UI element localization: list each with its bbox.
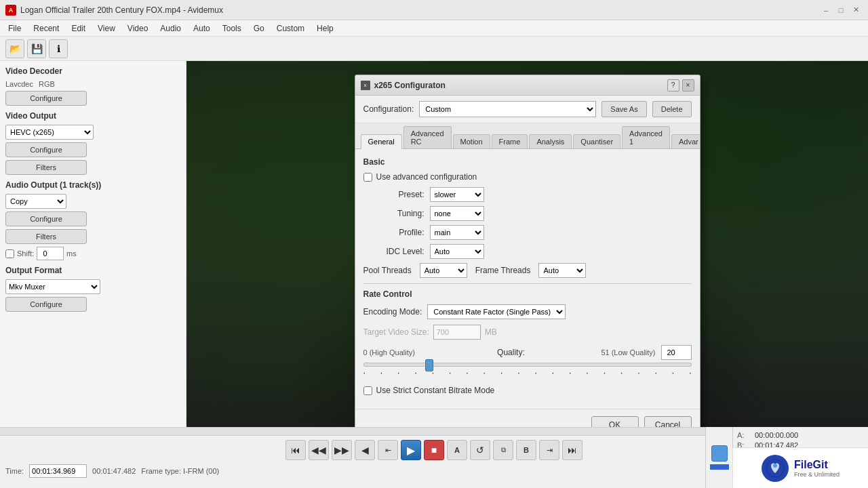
tab-analysis[interactable]: Analysis <box>529 134 572 148</box>
save-button[interactable]: 💾 <box>27 39 46 58</box>
tab-quantiser[interactable]: Quantiser <box>573 134 620 148</box>
video-filters-button[interactable]: Filters <box>5 160 87 175</box>
open-button[interactable]: 📂 <box>5 39 24 58</box>
quality-slider-thumb[interactable] <box>425 359 433 371</box>
menu-go[interactable]: Go <box>248 22 270 35</box>
play-button[interactable]: ▶ <box>401 440 421 460</box>
delete-button[interactable]: Delete <box>652 101 692 117</box>
tab-motion[interactable]: Motion <box>453 134 490 148</box>
audio-codec-select[interactable]: Copy <box>5 194 66 209</box>
dialog-close-button[interactable]: × <box>682 79 694 92</box>
audio-filters-button[interactable]: Filters <box>5 229 87 244</box>
marker-a-button[interactable]: A <box>447 440 467 460</box>
video-codec-label: Lavcdec <box>5 80 33 88</box>
quality-value-input[interactable] <box>661 345 692 360</box>
video-output-configure-button[interactable]: Configure <box>5 142 87 157</box>
filegit-logo: FileGit Free & Unlimited <box>732 447 868 488</box>
strict-cbr-checkbox[interactable] <box>363 386 372 395</box>
menu-video[interactable]: Video <box>122 22 153 35</box>
menu-view[interactable]: View <box>92 22 121 35</box>
video-decoder-configure-button[interactable]: Configure <box>5 91 87 106</box>
total-time: 00:01:47.482 <box>92 467 136 475</box>
tab-advanced1[interactable]: Advanced 1 <box>622 126 670 148</box>
quality-slider-container: · · · · · · · · · · · · <box>363 363 692 380</box>
tuning-select[interactable]: none <box>430 206 484 221</box>
minimize-button[interactable]: – <box>819 3 833 17</box>
shift-b-button[interactable]: ⇤ <box>378 440 398 460</box>
menu-edit[interactable]: Edit <box>66 22 91 35</box>
menu-auto[interactable]: Auto <box>188 22 216 35</box>
copy-button[interactable]: ⧉ <box>493 440 513 460</box>
encoding-mode-label: Encoding Mode: <box>363 307 422 317</box>
config-dropdown[interactable]: Custom <box>419 101 596 117</box>
marker-b-button[interactable]: B <box>516 440 536 460</box>
dialog-title: x265 Configuraton <box>374 81 446 90</box>
shift-input[interactable] <box>37 247 64 260</box>
shift-checkbox[interactable] <box>5 249 14 258</box>
video-preview: x x265 Configuraton ? × Configuration: C… <box>186 61 868 488</box>
app-icon: A <box>5 5 16 16</box>
main-content: Video Decoder Lavcdec RGB Configure Vide… <box>0 61 868 488</box>
stop-button[interactable]: ■ <box>424 440 444 460</box>
menu-tools[interactable]: Tools <box>217 22 247 35</box>
preset-select[interactable]: slower <box>430 187 484 202</box>
maximize-button[interactable]: □ <box>834 3 848 17</box>
threads-row: Pool Threads Auto Frame Threads Auto <box>363 263 692 278</box>
tab-general[interactable]: General <box>361 134 402 149</box>
idc-level-select[interactable]: Auto <box>430 244 484 259</box>
target-video-unit: MB <box>485 327 497 337</box>
output-format-configure-button[interactable]: Configure <box>5 297 87 312</box>
tab-advar[interactable]: Advar <box>671 134 701 148</box>
use-advanced-config-checkbox[interactable] <box>363 173 372 182</box>
tab-advanced-rc[interactable]: Advanced RC <box>403 126 452 148</box>
menu-recent[interactable]: Recent <box>28 22 64 35</box>
menu-custom[interactable]: Custom <box>271 22 310 35</box>
prev-frame-button[interactable]: ◀◀ <box>309 440 329 460</box>
quality-row: 0 (High Quality) Quality: 51 (Low Qualit… <box>363 345 692 360</box>
close-button[interactable]: ✕ <box>849 3 863 17</box>
dialog-overlay: x x265 Configuraton ? × Configuration: C… <box>186 61 868 488</box>
quality-high-label: 51 (Low Quality) <box>601 348 655 357</box>
quality-low-label: 0 (High Quality) <box>363 348 421 357</box>
profile-select[interactable]: main <box>430 225 484 240</box>
menu-audio[interactable]: Audio <box>155 22 186 35</box>
menu-bar: File Recent Edit View Video Audio Auto T… <box>0 20 868 37</box>
video-colorspace-label: RGB <box>39 80 55 88</box>
bottom-controls: ⏮ ◀◀ ▶▶ ◀ ⇤ ▶ ■ A ↺ ⧉ B ⇥ ⏭ Time: 00:01:… <box>0 427 868 488</box>
menu-help[interactable]: Help <box>311 22 339 35</box>
dialog-tabs: General Advanced RC Motion Frame Analysi… <box>355 123 700 149</box>
set-end-button[interactable]: ⇥ <box>539 440 559 460</box>
prev-key-button[interactable]: ◀ <box>355 440 375 460</box>
target-video-input[interactable] <box>433 325 481 340</box>
video-output-select[interactable]: HEVC (x265) <box>5 125 94 140</box>
strict-cbr-label: Use Strict Constant Bitrate Mode <box>376 386 495 395</box>
frame-threads-label: Frame Threads <box>475 266 531 275</box>
encoding-mode-select[interactable]: Constant Rate Factor (Single Pass) <box>427 304 566 319</box>
current-time-input[interactable] <box>29 464 87 478</box>
dialog-help-button[interactable]: ? <box>667 79 679 92</box>
preset-row: Preset: slower <box>363 187 692 202</box>
output-format-select[interactable]: Mkv Muxer <box>5 279 100 294</box>
frame-threads-select[interactable]: Auto <box>538 263 586 278</box>
right-accent <box>705 427 732 488</box>
tab-frame[interactable]: Frame <box>492 134 528 148</box>
go-to-start-button[interactable]: ⏮ <box>285 440 306 460</box>
video-area: x x265 Configuraton ? × Configuration: C… <box>186 61 868 488</box>
go-to-end-button[interactable]: ⏭ <box>562 440 583 460</box>
save-as-button[interactable]: Save As <box>601 101 646 117</box>
menu-file[interactable]: File <box>3 22 26 35</box>
strict-cbr-row: Use Strict Constant Bitrate Mode <box>363 386 692 395</box>
pool-threads-select[interactable]: Auto <box>420 263 467 278</box>
audio-output-title: Audio Output (1 track(s)) <box>5 180 180 190</box>
loop-button[interactable]: ↺ <box>470 440 490 460</box>
config-label: Configuration: <box>363 104 414 114</box>
accent-button-1[interactable] <box>711 445 728 462</box>
audio-configure-button[interactable]: Configure <box>5 211 87 226</box>
info-button[interactable]: ℹ <box>49 39 68 58</box>
toolbar: 📂 💾 ℹ <box>0 37 868 61</box>
slider-dots: · · · · · · · · · · · · <box>363 367 692 378</box>
point-a-label: A: <box>737 431 751 439</box>
accent-bar <box>710 464 729 470</box>
profile-label: Profile: <box>363 228 425 237</box>
next-frame-button[interactable]: ▶▶ <box>332 440 352 460</box>
